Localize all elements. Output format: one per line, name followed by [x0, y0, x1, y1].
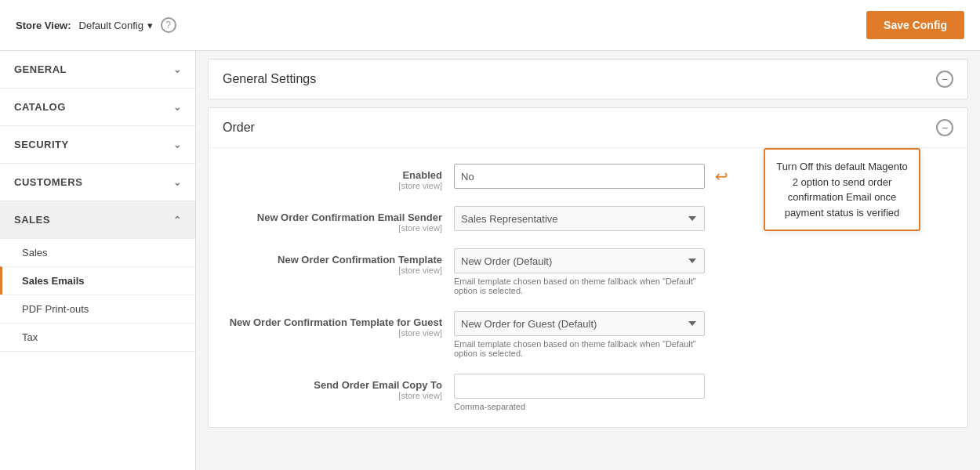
email-copy-sublabel: [store view]	[223, 391, 442, 400]
general-settings-section[interactable]: General Settings −	[208, 59, 968, 99]
tooltip-text: Turn Off this default Magento 2 option t…	[776, 161, 908, 219]
store-view-label: Store View:	[16, 20, 71, 31]
sidebar-item-customers-header[interactable]: CUSTOMERS ⌄	[0, 164, 195, 201]
catalog-chevron-icon: ⌄	[173, 102, 182, 113]
sidebar-item-general-label: GENERAL	[14, 63, 67, 75]
customers-chevron-icon: ⌄	[173, 177, 182, 188]
order-form: Turn Off this default Magento 2 option t…	[209, 148, 967, 427]
enabled-arrow-indicator: ↩	[715, 167, 728, 186]
template-control-col: New Order (Default) Email template chose…	[454, 248, 953, 295]
order-section: Order − Turn Off this default Magento 2 …	[208, 107, 968, 428]
store-view-value: Default Config	[79, 20, 143, 31]
email-copy-label-col: Send Order Email Copy To [store view]	[223, 374, 442, 400]
sidebar-item-sales-header[interactable]: SALES ⌃	[0, 201, 195, 238]
email-copy-row: Send Order Email Copy To [store view] Co…	[209, 366, 967, 419]
enabled-label: Enabled	[223, 169, 442, 181]
email-sender-select[interactable]: Sales Representative	[454, 206, 705, 231]
security-chevron-icon: ⌄	[173, 139, 182, 150]
sidebar-item-catalog[interactable]: CATALOG ⌄	[0, 89, 195, 126]
template-guest-hint: Email template chosen based on theme fal…	[454, 339, 705, 358]
template-select[interactable]: New Order (Default)	[454, 248, 705, 273]
enabled-select[interactable]: No Yes	[454, 164, 705, 189]
store-view-select[interactable]: Default Config ▾	[79, 20, 153, 31]
email-copy-label: Send Order Email Copy To	[223, 379, 442, 391]
template-guest-sublabel: [store view]	[223, 328, 442, 338]
email-copy-input[interactable]	[454, 374, 705, 399]
template-guest-row: New Order Confirmation Template for Gues…	[209, 303, 967, 366]
general-chevron-icon: ⌄	[173, 64, 182, 75]
main-layout: GENERAL ⌄ CATALOG ⌄ SECURITY ⌄ CUSTOMERS…	[0, 51, 980, 470]
template-hint: Email template chosen based on theme fal…	[454, 277, 705, 295]
sidebar-sub-item-sales-emails[interactable]: Sales Emails	[0, 266, 195, 295]
order-section-header[interactable]: Order −	[209, 108, 967, 148]
help-icon[interactable]: ?	[161, 17, 176, 33]
sales-chevron-icon: ⌃	[173, 215, 182, 226]
sidebar-item-customers-label: CUSTOMERS	[14, 176, 82, 188]
template-label-col: New Order Confirmation Template [store v…	[223, 248, 442, 275]
sidebar-item-sales[interactable]: SALES ⌃ Sales Sales Emails PDF Print-out…	[0, 201, 195, 352]
sidebar-item-customers[interactable]: CUSTOMERS ⌄	[0, 164, 195, 201]
sidebar-sub-item-tax[interactable]: Tax	[0, 323, 195, 351]
enabled-select-wrapper: No Yes ↩	[454, 164, 705, 189]
content-area: General Settings − Order − Turn Off this…	[196, 51, 980, 470]
sidebar: GENERAL ⌄ CATALOG ⌄ SECURITY ⌄ CUSTOMERS…	[0, 51, 196, 470]
template-sublabel: [store view]	[223, 266, 442, 275]
sidebar-item-catalog-header[interactable]: CATALOG ⌄	[0, 89, 195, 125]
template-guest-label: New Order Confirmation Template for Gues…	[223, 316, 442, 328]
top-bar: Store View: Default Config ▾ ? Save Conf…	[0, 0, 980, 51]
store-view-chevron-icon: ▾	[147, 20, 153, 31]
sidebar-item-general[interactable]: GENERAL ⌄	[0, 51, 195, 89]
store-view-area: Store View: Default Config ▾ ?	[16, 17, 176, 33]
order-section-title: Order	[223, 121, 255, 135]
enabled-label-col: Enabled [store view]	[223, 164, 442, 190]
sidebar-item-sales-label: SALES	[14, 214, 50, 226]
template-label: New Order Confirmation Template	[223, 254, 442, 266]
sidebar-item-security-header[interactable]: SECURITY ⌄	[0, 126, 195, 163]
general-settings-collapse-icon[interactable]: −	[936, 70, 953, 88]
save-config-button[interactable]: Save Config	[866, 11, 964, 39]
sidebar-item-catalog-label: CATALOG	[14, 101, 66, 113]
email-copy-hint: Comma-separated	[454, 402, 705, 411]
general-settings-title: General Settings	[223, 72, 316, 86]
template-row: New Order Confirmation Template [store v…	[209, 240, 967, 303]
enabled-sublabel: [store view]	[223, 181, 442, 190]
sidebar-sub-item-pdf-printouts[interactable]: PDF Print-outs	[0, 295, 195, 323]
email-sender-label: New Order Confirmation Email Sender	[223, 212, 442, 223]
tooltip-box: Turn Off this default Magento 2 option t…	[764, 148, 920, 231]
sidebar-item-security-label: SECURITY	[14, 139, 69, 150]
email-sender-sublabel: [store view]	[223, 223, 442, 233]
email-sender-label-col: New Order Confirmation Email Sender [sto…	[223, 206, 442, 233]
sidebar-item-general-header[interactable]: GENERAL ⌄	[0, 51, 195, 88]
order-collapse-icon[interactable]: −	[936, 119, 953, 136]
sidebar-item-security[interactable]: SECURITY ⌄	[0, 126, 195, 164]
email-copy-control-col: Comma-separated	[454, 374, 953, 411]
template-guest-select[interactable]: New Order for Guest (Default)	[454, 311, 705, 336]
template-guest-control-col: New Order for Guest (Default) Email temp…	[454, 311, 953, 358]
template-guest-label-col: New Order Confirmation Template for Gues…	[223, 311, 442, 338]
sidebar-sub-item-sales[interactable]: Sales	[0, 238, 195, 266]
